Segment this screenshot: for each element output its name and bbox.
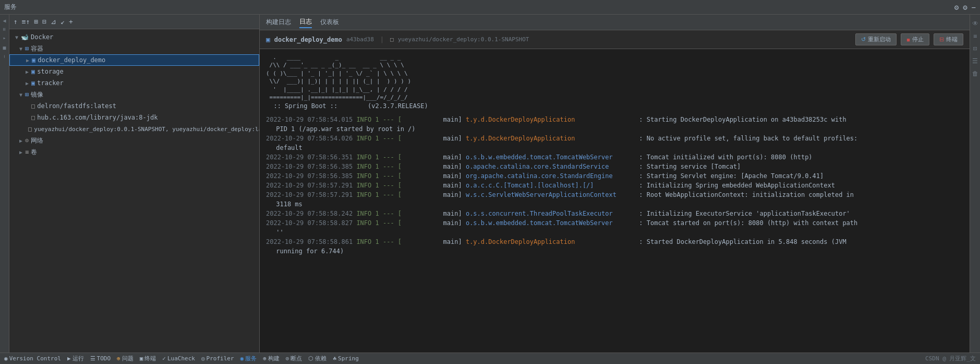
image-icon-fastdfs: □ bbox=[31, 102, 35, 110]
stop-button[interactable]: ■ 停止 bbox=[901, 33, 929, 45]
left-icon-4[interactable]: ■ bbox=[2, 44, 7, 52]
todo-icon: ☰ bbox=[90, 355, 95, 362]
status-spring[interactable]: ☘ Spring bbox=[333, 355, 358, 362]
status-breakpoints[interactable]: ⊙ 断点 bbox=[286, 355, 303, 362]
log-line: 2022-10-29 07:58:54.026 INFO 1 --- [ mai… bbox=[266, 134, 963, 143]
status-deps[interactable]: ⬡ 依赖 bbox=[308, 355, 326, 362]
log-area[interactable]: . ____ _ __ _ _ /\\ / ___'_ __ _ _(_)_ _… bbox=[260, 49, 970, 353]
toolbar-icon-down[interactable]: ↙ bbox=[59, 17, 66, 26]
toolbar-icon-collapse[interactable]: ⊟ bbox=[41, 17, 47, 26]
config-icon[interactable]: ⚙ bbox=[963, 3, 967, 11]
expand-network: ▶ bbox=[18, 137, 24, 144]
container-icon-tracker: ▣ bbox=[31, 79, 35, 87]
tree-item-docker-deploy-image[interactable]: □ yueyazhui/docker_deploy:0.0.1-SNAPSHOT… bbox=[9, 123, 259, 135]
network-icon: ⊙ bbox=[25, 137, 29, 144]
docker-label: Docker bbox=[31, 33, 53, 41]
restart-icon: ↺ bbox=[861, 36, 866, 43]
expand-docker-image bbox=[24, 126, 27, 132]
container-header-image: yueyazhui/docker_deploy:0.0.1-SNAPSHOT bbox=[398, 36, 529, 43]
status-terminal[interactable]: ▣ 终端 bbox=[140, 355, 156, 362]
toolbar-icon-filter[interactable]: ⊿ bbox=[50, 17, 57, 26]
log-line: 2022-10-29 07:58:56.385 INFO 1 --- [ mai… bbox=[266, 162, 963, 171]
breakpoints-icon: ⊙ bbox=[286, 355, 289, 362]
build-label: 构建 bbox=[268, 355, 280, 362]
build-icon: ⊕ bbox=[263, 355, 267, 362]
terminal-status-label: 终端 bbox=[144, 355, 156, 362]
right-icon-eye[interactable]: 👁 bbox=[971, 19, 979, 28]
content-area: 构建日志 日志 仪表板 ▣ docker_deploy_demo a43bad3… bbox=[260, 15, 970, 353]
right-icon-menu[interactable]: ☰ bbox=[971, 56, 979, 66]
version-control-label: Version Control bbox=[9, 355, 61, 362]
containers-label: 容器 bbox=[31, 44, 43, 53]
services-status-icon: ◉ bbox=[240, 355, 244, 362]
tab-bar: 构建日志 日志 仪表板 bbox=[260, 15, 970, 30]
status-luacheck[interactable]: ✓ LuaCheck bbox=[162, 355, 195, 362]
title-bar-actions: ⚙ ⚙ − bbox=[954, 3, 976, 11]
terminal-button[interactable]: ⊟ 终端 bbox=[934, 33, 963, 45]
tree-item-network[interactable]: ▶ ⊙ 网络 bbox=[9, 135, 259, 146]
status-problems[interactable]: ⊕ 问题 bbox=[117, 355, 134, 362]
spring-icon: ☘ bbox=[333, 355, 336, 362]
terminal-status-icon: ▣ bbox=[140, 355, 143, 362]
status-version-control[interactable]: ◉ Version Control bbox=[4, 355, 61, 362]
title-bar: 服务 ⚙ ⚙ − bbox=[0, 0, 980, 15]
toolbar-icon-sync[interactable]: ↑ bbox=[13, 17, 19, 26]
right-icon-strip: 👁 ≡ ⊡ ☰ 🗑 bbox=[970, 15, 980, 353]
left-icon-3[interactable]: ▸ bbox=[2, 34, 7, 42]
run-icon: ▶ bbox=[67, 355, 71, 362]
container-header-icon: ▣ bbox=[266, 36, 270, 43]
tree-item-tracker[interactable]: ▶ ▣ tracker bbox=[9, 77, 259, 89]
expand-volumes: ▶ bbox=[18, 149, 24, 155]
right-icon-trash[interactable]: 🗑 bbox=[971, 69, 979, 78]
deps-label: 依赖 bbox=[315, 355, 326, 362]
tree-view: ▼ 🐋 Docker ▼ ⊞ 容器 ▶ ▣ docker_deploy_demo… bbox=[9, 29, 259, 353]
storage-label: storage bbox=[37, 68, 64, 75]
toolbar-icon-group[interactable]: ≡↑ bbox=[21, 17, 31, 26]
images-folder-icon: ⊞ bbox=[25, 91, 29, 98]
status-todo[interactable]: ☰ TODO bbox=[90, 355, 111, 362]
tab-log[interactable]: 日志 bbox=[299, 16, 312, 28]
status-profiler[interactable]: ◎ Profiler bbox=[201, 355, 234, 362]
minimize-icon[interactable]: − bbox=[972, 3, 976, 11]
status-build[interactable]: ⊕ 构建 bbox=[263, 355, 280, 362]
profiler-label: Profiler bbox=[207, 355, 234, 362]
left-icon-1[interactable]: ◀ bbox=[2, 17, 7, 25]
toolbar-icon-add[interactable]: + bbox=[68, 17, 74, 26]
container-icon-deploy: ▣ bbox=[32, 56, 35, 64]
right-icon-grid[interactable]: ⊡ bbox=[972, 44, 978, 53]
tree-item-volumes[interactable]: ▶ ≡ 卷 bbox=[9, 146, 259, 158]
tree-item-storage[interactable]: ▶ ▣ storage bbox=[9, 66, 259, 77]
status-run[interactable]: ▶ 运行 bbox=[67, 355, 84, 362]
profiler-icon: ◎ bbox=[201, 355, 205, 362]
tree-item-images[interactable]: ▼ ⊞ 镜像 bbox=[9, 89, 259, 100]
expand-tracker: ▶ bbox=[24, 80, 30, 86]
tree-item-fastdfs[interactable]: □ delron/fastdfs:latest bbox=[9, 100, 259, 112]
stop-icon: ■ bbox=[906, 37, 910, 43]
header-actions: ↺ 重新启动 ■ 停止 ⊟ 终端 bbox=[855, 33, 963, 45]
settings-icon[interactable]: ⚙ bbox=[954, 3, 959, 11]
tree-item-docker[interactable]: ▼ 🐋 Docker bbox=[9, 31, 259, 43]
tree-item-containers[interactable]: ▼ ⊞ 容器 bbox=[9, 43, 259, 54]
log-line: running for 6.744) bbox=[266, 246, 963, 256]
left-icon-2[interactable]: ≡ bbox=[2, 27, 7, 32]
expand-containers: ▼ bbox=[18, 45, 24, 52]
expand-deploy-demo: ▶ bbox=[25, 57, 31, 63]
header-separator: | bbox=[380, 36, 384, 43]
right-icon-lines[interactable]: ≡ bbox=[972, 31, 978, 41]
restart-button[interactable]: ↺ 重新启动 bbox=[855, 33, 897, 45]
expand-images: ▼ bbox=[18, 91, 24, 98]
network-label: 网络 bbox=[31, 136, 43, 145]
problems-icon: ⊕ bbox=[117, 355, 120, 362]
toolbar-icon-expand[interactable]: ⊞ bbox=[33, 17, 39, 26]
terminal-icon: ⊟ bbox=[939, 36, 944, 43]
log-lines-container: 2022-10-29 07:58:54.015 INFO 1 --- [ mai… bbox=[266, 115, 963, 256]
tree-item-java8[interactable]: □ hub.c.163.com/library/java:8-jdk bbox=[9, 112, 259, 123]
container-header-name: docker_deploy_demo bbox=[274, 36, 342, 43]
tab-dashboard[interactable]: 仪表板 bbox=[320, 17, 339, 28]
log-line: default bbox=[266, 143, 963, 152]
left-icon-5[interactable]: − bbox=[2, 54, 7, 59]
luacheck-icon: ✓ bbox=[162, 355, 166, 362]
tab-build-log[interactable]: 构建日志 bbox=[266, 17, 291, 28]
tree-item-docker-deploy-demo[interactable]: ▶ ▣ docker_deploy_demo bbox=[9, 54, 259, 66]
status-services[interactable]: ◉ 服务 bbox=[240, 355, 257, 362]
